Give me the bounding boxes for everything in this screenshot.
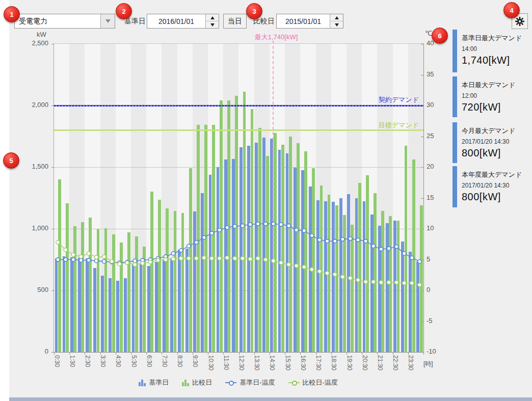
x-axis-tick bbox=[270, 352, 270, 355]
x-axis-tick-label: 15:30 bbox=[284, 355, 291, 370]
legend-item-base-temp[interactable]: 基準日-温度 bbox=[225, 378, 275, 387]
temp-point bbox=[233, 256, 236, 260]
x-axis-tick bbox=[208, 352, 208, 355]
stat-title: 今月最大デマンド bbox=[462, 126, 515, 136]
temp-point bbox=[110, 260, 114, 263]
spin-up-button[interactable] bbox=[206, 14, 219, 21]
x-axis-tick-label: 7:30 bbox=[161, 355, 168, 367]
demand-monitor-screen: 受電電力 基準日 2016/01/01 当日 比較日 2015/01/01 bbox=[0, 0, 532, 401]
max-demand-annotation: 最大1,740[kW] bbox=[235, 33, 317, 42]
legend-item-compare[interactable]: 比較日 bbox=[182, 378, 212, 387]
left-axis-tick-label: 500 bbox=[18, 286, 48, 293]
stat-value: 800[kW] bbox=[462, 147, 515, 159]
temp-point bbox=[156, 258, 159, 262]
x-axis-tick-label: 23:30 bbox=[407, 355, 414, 370]
x-axis-tick-label: 1:30 bbox=[69, 355, 76, 367]
stat-title: 本日最大デマンド bbox=[462, 81, 515, 90]
chart-plot-area[interactable] bbox=[54, 43, 424, 353]
x-axis-tick-label: 6:30 bbox=[146, 355, 153, 367]
x-axis-tick bbox=[100, 352, 101, 355]
x-axis-tick bbox=[131, 352, 131, 355]
left-axis-tick-label: 1,000 bbox=[18, 224, 48, 232]
temp-point bbox=[333, 239, 337, 243]
callout-badge-1: 1 bbox=[4, 6, 20, 22]
measurement-select[interactable]: 受電電力 bbox=[14, 14, 115, 29]
today-button[interactable]: 当日 bbox=[223, 14, 247, 29]
temp-point bbox=[302, 265, 306, 269]
temp-point bbox=[241, 224, 244, 227]
bar-series-icon bbox=[182, 379, 189, 386]
temp-point bbox=[349, 276, 352, 280]
x-axis-tick bbox=[146, 352, 147, 355]
legend-label: 基準日 bbox=[149, 378, 169, 387]
stat-card-base-day-max: 基準日最大デマンド 14:00 1,740[kW] bbox=[453, 30, 530, 72]
legend-label: 比較日-温度 bbox=[303, 378, 338, 387]
temp-point bbox=[371, 244, 375, 248]
temp-point bbox=[356, 238, 360, 242]
right-axis-tick bbox=[421, 352, 424, 353]
stat-accent-bar bbox=[453, 30, 457, 72]
compare-date-input[interactable]: 2015/01/01 bbox=[276, 14, 343, 29]
temp-point bbox=[310, 268, 313, 271]
temp-point bbox=[102, 260, 106, 263]
chevron-down-icon bbox=[105, 19, 111, 23]
spin-up-button[interactable] bbox=[330, 14, 343, 21]
temp-point bbox=[272, 222, 275, 226]
dropdown-button[interactable] bbox=[100, 14, 115, 28]
temp-point bbox=[133, 263, 137, 266]
contract-demand-label: 契約デマンド bbox=[379, 95, 419, 104]
x-axis-tick bbox=[408, 352, 409, 355]
temp-point bbox=[295, 264, 298, 268]
chart-legend: 基準日 比較日 基準日-温度 比較日-温度 bbox=[54, 378, 423, 387]
x-axis-tick-label: 0:30 bbox=[54, 355, 61, 367]
target-demand-label: 目標デマンド bbox=[379, 121, 419, 130]
base-date-value: 2016/01/01 bbox=[147, 14, 205, 28]
stat-accent-bar bbox=[453, 76, 457, 117]
callout-badge-2: 2 bbox=[116, 3, 132, 19]
x-axis-tick bbox=[69, 352, 70, 355]
base-date-input[interactable]: 2016/01/01 bbox=[147, 14, 219, 29]
temp-point bbox=[264, 222, 268, 226]
temp-point bbox=[179, 249, 183, 252]
left-axis-tick bbox=[51, 352, 54, 353]
temp-point bbox=[418, 283, 421, 287]
legend-item-compare-temp[interactable]: 比較日-温度 bbox=[288, 378, 338, 387]
temperature-lines bbox=[54, 44, 423, 352]
x-axis-tick bbox=[177, 352, 178, 355]
temp-point bbox=[279, 261, 283, 264]
x-axis-tick-label: 13:30 bbox=[253, 355, 260, 370]
legend-label: 比較日 bbox=[192, 378, 212, 387]
measurement-select-value: 受電電力 bbox=[15, 17, 100, 26]
temp-point bbox=[87, 258, 90, 262]
stat-value: 720[kW] bbox=[462, 101, 515, 113]
temp-point bbox=[403, 252, 406, 255]
temp-point bbox=[56, 258, 60, 261]
stat-card-year-max: 本年度最大デマンド 2017/01/20 14:30 800[kW] bbox=[453, 166, 530, 207]
stat-value: 800[kW] bbox=[462, 191, 522, 203]
right-axis-tick-label: -5 bbox=[427, 317, 433, 325]
temp-point bbox=[233, 225, 236, 228]
base-date-spinner bbox=[205, 14, 219, 28]
x-axis-tick-label: 3:30 bbox=[99, 355, 107, 367]
stat-time: 14:00 bbox=[462, 45, 522, 52]
temp-point bbox=[317, 238, 321, 242]
temp-point bbox=[317, 270, 321, 273]
temp-point bbox=[141, 261, 144, 265]
temp-point bbox=[249, 257, 252, 261]
legend-item-base[interactable]: 基準日 bbox=[139, 378, 169, 387]
temp-point bbox=[410, 281, 414, 285]
temp-point bbox=[356, 278, 360, 282]
temp-point bbox=[225, 256, 229, 259]
spin-down-button[interactable] bbox=[330, 21, 343, 28]
temp-point bbox=[218, 228, 221, 232]
temp-point bbox=[287, 263, 290, 266]
x-axis-tick-label: 9:30 bbox=[192, 355, 199, 367]
stat-value: 1,740[kW] bbox=[462, 55, 522, 66]
spin-down-button[interactable] bbox=[206, 21, 219, 28]
x-axis-tick bbox=[377, 352, 378, 355]
right-axis-tick-label: 30 bbox=[427, 101, 434, 109]
x-axis-tick bbox=[316, 352, 316, 355]
temp-point bbox=[387, 281, 390, 284]
triangle-down-icon bbox=[210, 23, 215, 26]
left-axis-tick-label: 1,500 bbox=[18, 163, 48, 170]
